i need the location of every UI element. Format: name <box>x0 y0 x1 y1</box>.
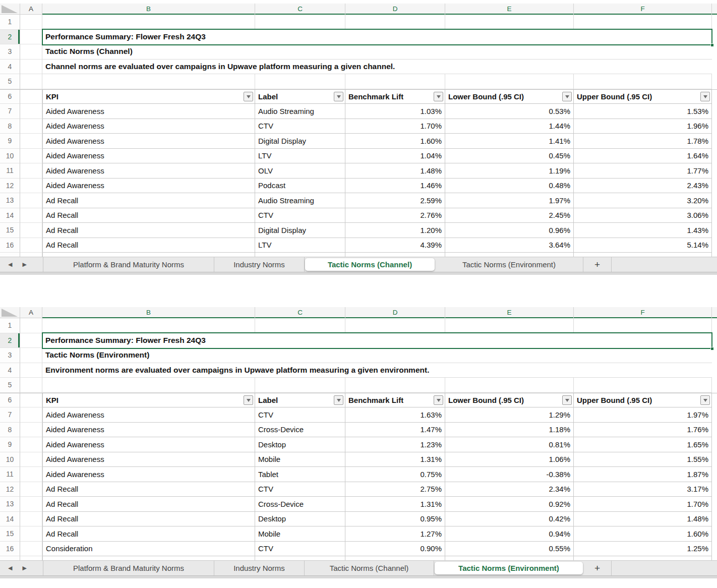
header-cell-benchmark-lift[interactable]: Benchmark Lift <box>345 393 445 408</box>
header-cell-kpi[interactable]: KPI <box>42 90 255 104</box>
header-cell-upper-bound[interactable]: Upper Bound (.95 CI) <box>574 90 712 104</box>
tab-industry-norms[interactable]: Industry Norms <box>214 561 305 575</box>
next-sheet-icon[interactable]: ▶ <box>22 565 26 571</box>
tab-tactic-norms-channel[interactable]: Tactic Norms (Channel) <box>305 561 434 575</box>
row-header-11[interactable]: 11 <box>0 163 20 179</box>
cell-C13[interactable]: Cross-Device <box>255 497 345 512</box>
cell-D17[interactable]: 1.99% <box>345 253 445 257</box>
selected-cell-B2[interactable]: Performance Summary: Flower Fresh 24Q3 <box>42 332 712 349</box>
cell-F16[interactable]: 5.14% <box>574 238 712 253</box>
cell-A11[interactable] <box>20 467 42 482</box>
cell-E12[interactable]: 0.48% <box>445 179 574 194</box>
cell-C1[interactable] <box>255 318 345 333</box>
cell-A15[interactable] <box>20 223 42 238</box>
cell-B4-description[interactable]: Environment norms are evaluated over cam… <box>42 363 712 378</box>
row-header-8[interactable]: 8 <box>0 423 20 438</box>
cell-E16[interactable]: 0.55% <box>445 542 574 557</box>
cell-B11[interactable]: Aided Awareness <box>42 467 255 482</box>
cell-A13[interactable] <box>20 497 42 512</box>
cell-E15[interactable]: 0.94% <box>445 526 574 542</box>
row-header-15[interactable]: 15 <box>0 526 20 542</box>
row-header-3[interactable]: 3 <box>0 348 20 363</box>
row-header-17[interactable]: 17 <box>0 253 20 257</box>
cell-C1[interactable] <box>255 15 345 30</box>
cell-F16[interactable]: 1.25% <box>574 542 712 557</box>
tab-tactic-norms-environment[interactable]: Tactic Norms (Environment) <box>435 562 583 574</box>
cell-C9[interactable]: Desktop <box>255 437 345 452</box>
cell-C14[interactable]: CTV <box>255 208 345 223</box>
cell-C14[interactable]: Desktop <box>255 512 345 527</box>
cell-B1[interactable] <box>42 318 255 333</box>
cell-E5[interactable] <box>445 378 574 393</box>
cell-F1[interactable] <box>574 318 712 333</box>
cell-D13[interactable]: 1.31% <box>345 497 445 512</box>
cell-B3-subtitle[interactable]: Tactic Norms (Channel) <box>42 44 712 60</box>
cell-E13[interactable]: 1.97% <box>445 193 574 208</box>
cell-A10[interactable] <box>20 452 42 467</box>
cell-D15[interactable]: 1.27% <box>345 526 445 542</box>
cell-B14[interactable]: Ad Recall <box>42 512 255 527</box>
cell-B12[interactable]: Aided Awareness <box>42 179 255 194</box>
cell-E10[interactable]: 1.06% <box>445 452 574 467</box>
cell-E14[interactable]: 2.45% <box>445 208 574 223</box>
row-header-12[interactable]: 12 <box>0 179 20 194</box>
cell-A2[interactable] <box>20 30 42 45</box>
cell-A6[interactable] <box>20 393 42 408</box>
cell-F15[interactable]: 1.60% <box>574 526 712 542</box>
prev-sheet-icon[interactable]: ◀ <box>8 262 12 267</box>
cell-B9[interactable]: Aided Awareness <box>42 134 255 149</box>
cell-B3-subtitle[interactable]: Tactic Norms (Environment) <box>42 348 712 363</box>
cell-E5[interactable] <box>445 74 574 89</box>
cell-F7[interactable]: 1.53% <box>574 104 712 119</box>
header-cell-upper-bound[interactable]: Upper Bound (.95 CI) <box>574 393 712 408</box>
cell-E11[interactable]: -0.38% <box>445 467 574 482</box>
cell-C5[interactable] <box>255 74 345 89</box>
filter-button[interactable] <box>700 92 710 101</box>
cell-D14[interactable]: 0.95% <box>345 512 445 527</box>
cell-F11[interactable]: 1.77% <box>574 163 712 179</box>
cell-B1[interactable] <box>42 15 255 30</box>
header-cell-benchmark-lift[interactable]: Benchmark Lift <box>345 90 445 104</box>
cell-C15[interactable]: Digital Display <box>255 223 345 238</box>
row-header-7[interactable]: 7 <box>0 104 20 119</box>
row-header-8[interactable]: 8 <box>0 119 20 134</box>
cell-B5[interactable] <box>42 74 255 89</box>
filter-button[interactable] <box>244 395 253 405</box>
cell-D16[interactable]: 0.90% <box>345 542 445 557</box>
cell-E1[interactable] <box>445 15 574 30</box>
filter-button[interactable] <box>334 92 343 101</box>
cell-F9[interactable]: 1.78% <box>574 134 712 149</box>
row-header-15[interactable]: 15 <box>0 223 20 238</box>
cell-B17[interactable]: Consideration <box>42 556 255 560</box>
row-header-14[interactable]: 14 <box>0 208 20 223</box>
tab-tactic-norms-channel[interactable]: Tactic Norms (Channel) <box>305 258 435 271</box>
tab-platform-brand-maturity-norms[interactable]: Platform & Brand Maturity Norms <box>43 561 214 575</box>
cell-F14[interactable]: 3.06% <box>574 208 712 223</box>
row-header-4[interactable]: 4 <box>0 60 20 75</box>
cell-C16[interactable]: CTV <box>255 542 345 557</box>
cell-F13[interactable]: 3.20% <box>574 193 712 208</box>
cell-B8[interactable]: Aided Awareness <box>42 423 255 438</box>
cell-E17[interactable]: 0.57% <box>445 556 574 560</box>
row-header-14[interactable]: 14 <box>0 512 20 527</box>
cell-A5[interactable] <box>20 74 42 89</box>
row-header-16[interactable]: 16 <box>0 238 20 253</box>
cell-B14[interactable]: Ad Recall <box>42 208 255 223</box>
column-header-C[interactable]: C <box>255 4 345 15</box>
cell-F5[interactable] <box>574 378 712 393</box>
cell-F17[interactable]: 2.63% <box>574 253 712 257</box>
header-cell-label[interactable]: Label <box>255 90 345 104</box>
row-header-3[interactable]: 3 <box>0 44 20 60</box>
cell-A16[interactable] <box>20 238 42 253</box>
cell-D9[interactable]: 1.60% <box>345 134 445 149</box>
cell-A12[interactable] <box>20 179 42 194</box>
cell-E17[interactable]: 1.34% <box>445 253 574 257</box>
cell-E11[interactable]: 1.19% <box>445 163 574 179</box>
filter-button[interactable] <box>562 395 572 405</box>
cell-D12[interactable]: 1.46% <box>345 179 445 194</box>
cell-B11[interactable]: Aided Awareness <box>42 163 255 179</box>
row-header-13[interactable]: 13 <box>0 497 20 512</box>
cell-E8[interactable]: 1.44% <box>445 119 574 134</box>
filter-button[interactable] <box>700 395 710 405</box>
cell-B16[interactable]: Ad Recall <box>42 238 255 253</box>
